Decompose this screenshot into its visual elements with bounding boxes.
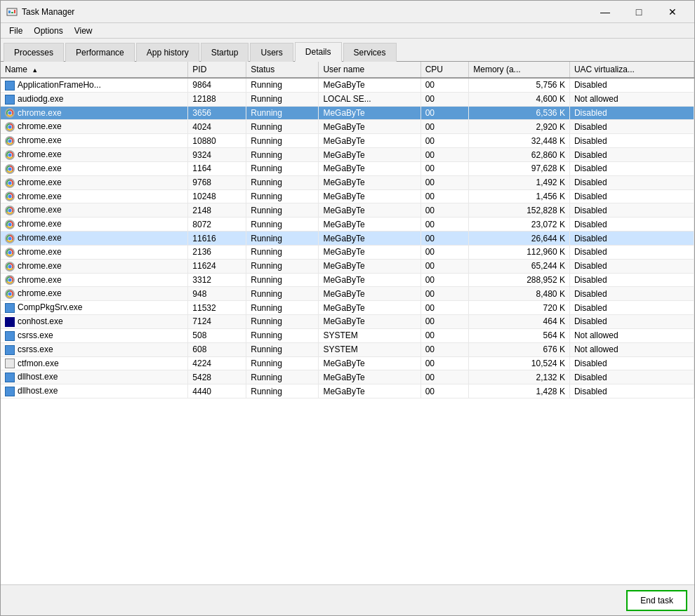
tab-app-history[interactable]: App history bbox=[136, 43, 199, 62]
process-cpu: 00 bbox=[421, 78, 469, 92]
table-row[interactable]: chrome.exe4024RunningMeGaByTe002,920 KDi… bbox=[1, 120, 694, 134]
process-pid: 3312 bbox=[188, 273, 246, 287]
process-cpu: 00 bbox=[421, 217, 469, 232]
process-user: MeGaByTe bbox=[319, 189, 421, 203]
chrome-icon bbox=[5, 136, 15, 146]
process-pid: 9864 bbox=[188, 78, 246, 92]
process-pid: 508 bbox=[188, 328, 246, 342]
table-row[interactable]: chrome.exe11624RunningMeGaByTe0065,244 K… bbox=[1, 259, 694, 273]
process-user: MeGaByTe bbox=[319, 106, 421, 120]
table-row[interactable]: CompPkgSrv.exe11532RunningMeGaByTe00720 … bbox=[1, 301, 694, 315]
process-user: MeGaByTe bbox=[319, 273, 421, 287]
col-uac[interactable]: UAC virtualiza... bbox=[569, 62, 694, 78]
table-row[interactable]: chrome.exe2148RunningMeGaByTe00152,828 K… bbox=[1, 203, 694, 217]
process-uac: Disabled bbox=[569, 203, 694, 217]
process-uac: Disabled bbox=[569, 106, 694, 120]
table-row[interactable]: chrome.exe2136RunningMeGaByTe00112,960 K… bbox=[1, 245, 694, 259]
app-icon bbox=[5, 95, 15, 105]
app-icon bbox=[5, 331, 15, 341]
process-status: Running bbox=[246, 301, 319, 315]
process-name: chrome.exe bbox=[18, 192, 62, 201]
process-memory: 65,244 K bbox=[469, 259, 570, 273]
tab-startup[interactable]: Startup bbox=[201, 43, 249, 62]
col-memory[interactable]: Memory (a... bbox=[469, 62, 570, 78]
process-name-cell: ctfmon.exe bbox=[1, 356, 188, 370]
process-status: Running bbox=[246, 134, 319, 148]
chrome-icon bbox=[5, 164, 15, 174]
process-cpu: 00 bbox=[421, 342, 469, 356]
process-name: chrome.exe bbox=[18, 219, 62, 229]
col-name[interactable]: Name ▲ bbox=[1, 62, 188, 78]
col-cpu[interactable]: CPU bbox=[421, 62, 469, 78]
process-cpu: 00 bbox=[421, 301, 469, 315]
process-name: chrome.exe bbox=[18, 205, 62, 215]
menu-view[interactable]: View bbox=[69, 25, 98, 37]
tab-processes[interactable]: Processes bbox=[4, 43, 64, 62]
process-pid: 2136 bbox=[188, 245, 246, 259]
table-row[interactable]: dllhost.exe5428RunningMeGaByTe002,132 KD… bbox=[1, 370, 694, 384]
svg-rect-1 bbox=[8, 11, 11, 13]
conhost-icon bbox=[5, 317, 15, 327]
table-row[interactable]: chrome.exe1164RunningMeGaByTe0097,628 KD… bbox=[1, 161, 694, 175]
minimize-button[interactable]: — bbox=[589, 2, 621, 22]
process-pid: 11624 bbox=[188, 259, 246, 273]
table-row[interactable]: chrome.exe9324RunningMeGaByTe0062,860 KD… bbox=[1, 148, 694, 162]
process-pid: 11616 bbox=[188, 232, 246, 246]
process-memory: 1,456 K bbox=[469, 189, 570, 203]
maximize-button[interactable]: □ bbox=[623, 2, 655, 22]
process-pid: 4224 bbox=[188, 356, 246, 370]
process-name-cell: chrome.exe bbox=[1, 189, 188, 203]
table-row[interactable]: chrome.exe10248RunningMeGaByTe001,456 KD… bbox=[1, 189, 694, 203]
name-sort-arrow: ▲ bbox=[32, 67, 38, 74]
tab-details[interactable]: Details bbox=[295, 42, 342, 62]
process-name: dllhost.exe bbox=[18, 386, 58, 396]
process-cpu: 00 bbox=[421, 273, 469, 287]
process-memory: 62,860 K bbox=[469, 148, 570, 162]
table-row[interactable]: conhost.exe7124RunningMeGaByTe00464 KDis… bbox=[1, 315, 694, 329]
process-uac: Disabled bbox=[569, 273, 694, 287]
table-row[interactable]: ApplicationFrameHo...9864RunningMeGaByTe… bbox=[1, 78, 694, 92]
menu-options[interactable]: Options bbox=[28, 25, 68, 37]
table-row[interactable]: ctfmon.exe4224RunningMeGaByTe0010,524 KD… bbox=[1, 356, 694, 370]
process-memory: 720 K bbox=[469, 301, 570, 315]
process-table-container[interactable]: Name ▲ PID Status User name CPU Memory (… bbox=[1, 62, 694, 584]
tab-services[interactable]: Services bbox=[343, 43, 397, 62]
tab-users[interactable]: Users bbox=[250, 43, 293, 62]
table-row[interactable]: chrome.exe3656RunningMeGaByTe006,536 KDi… bbox=[1, 106, 694, 120]
process-uac: Disabled bbox=[569, 315, 694, 329]
process-memory: 8,480 K bbox=[469, 287, 570, 301]
process-uac: Disabled bbox=[569, 356, 694, 370]
tab-performance[interactable]: Performance bbox=[65, 43, 135, 62]
close-button[interactable]: ✕ bbox=[656, 2, 689, 22]
table-row[interactable]: chrome.exe948RunningMeGaByTe008,480 KDis… bbox=[1, 287, 694, 301]
end-task-button[interactable]: End task bbox=[626, 590, 687, 611]
process-pid: 8072 bbox=[188, 217, 246, 232]
process-user: SYSTEM bbox=[319, 328, 421, 342]
app-icon bbox=[5, 81, 15, 91]
col-pid[interactable]: PID bbox=[188, 62, 246, 78]
process-name: chrome.exe bbox=[18, 178, 62, 187]
table-row[interactable]: audiodg.exe12188RunningLOCAL SE...004,60… bbox=[1, 92, 694, 106]
process-user: MeGaByTe bbox=[319, 287, 421, 301]
col-user[interactable]: User name bbox=[319, 62, 421, 78]
table-row[interactable]: chrome.exe11616RunningMeGaByTe0026,644 K… bbox=[1, 232, 694, 246]
process-name-cell: chrome.exe bbox=[1, 259, 188, 273]
process-name-cell: chrome.exe bbox=[1, 245, 188, 259]
table-row[interactable]: chrome.exe10880RunningMeGaByTe0032,448 K… bbox=[1, 134, 694, 148]
process-user: MeGaByTe bbox=[319, 315, 421, 329]
table-row[interactable]: csrss.exe508RunningSYSTEM00564 KNot allo… bbox=[1, 328, 694, 342]
process-status: Running bbox=[246, 92, 319, 106]
process-pid: 10880 bbox=[188, 134, 246, 148]
process-status: Running bbox=[246, 328, 319, 342]
process-cpu: 00 bbox=[421, 134, 469, 148]
process-status: Running bbox=[246, 120, 319, 134]
process-cpu: 00 bbox=[421, 92, 469, 106]
table-row[interactable]: dllhost.exe4440RunningMeGaByTe001,428 KD… bbox=[1, 384, 694, 399]
table-row[interactable]: csrss.exe608RunningSYSTEM00676 KNot allo… bbox=[1, 342, 694, 356]
menu-file[interactable]: File bbox=[4, 25, 28, 37]
table-row[interactable]: chrome.exe3312RunningMeGaByTe00288,952 K… bbox=[1, 273, 694, 287]
process-name: ApplicationFrameHo... bbox=[18, 80, 101, 90]
table-row[interactable]: chrome.exe8072RunningMeGaByTe0023,072 KD… bbox=[1, 217, 694, 232]
col-status[interactable]: Status bbox=[246, 62, 319, 78]
table-row[interactable]: chrome.exe9768RunningMeGaByTe001,492 KDi… bbox=[1, 175, 694, 189]
